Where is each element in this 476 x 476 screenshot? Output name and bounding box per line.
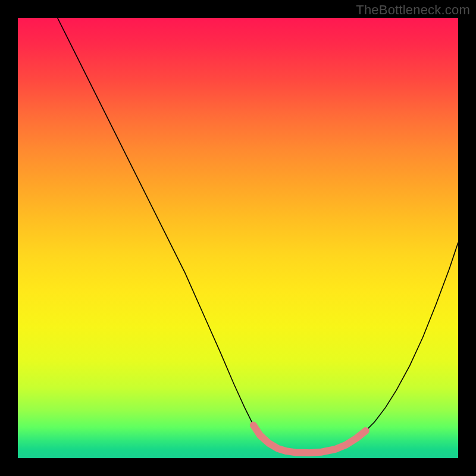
chart-frame: TheBottleneck.com <box>0 0 476 476</box>
plot-area <box>18 18 458 458</box>
highlight-segment <box>253 425 366 453</box>
curves-svg <box>18 18 458 458</box>
valley-curve <box>58 18 458 453</box>
watermark-label: TheBottleneck.com <box>356 2 470 18</box>
